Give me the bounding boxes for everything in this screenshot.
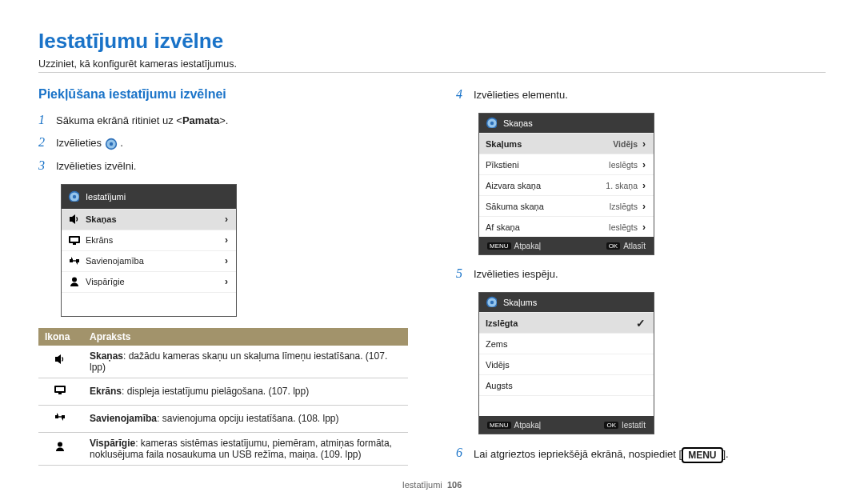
row-label: Vidējs [486,360,646,370]
desc-cell: Vispārīgie: kameras sistēmas iestatījumu… [83,432,408,465]
row-value: 1. skaņa [606,181,642,190]
step-number: 4 [456,87,474,102]
chevron-right-icon: › [642,180,646,191]
step-text: Izvēlieties izvēlni. [56,158,408,172]
row-label: Aizvara skaņa [486,181,606,190]
step-4: 4 Izvēlieties elementu. [456,87,826,102]
table-row: Vispārīgie: kameras sistēmas iestatījumu… [38,432,408,465]
camera-list: Skaņas › Ekrāns › Savienojamība › Vispār… [62,209,236,316]
gear-icon [486,117,497,130]
camera-option-medium[interactable]: Vidējs [479,354,654,374]
step-3: 3 Izvēlieties izvēlni. [38,158,408,173]
row-label: Pīkstieni [486,160,609,170]
camera-row-startup[interactable]: Sākuma skaņa Izslēgts › [479,195,654,216]
step-text: Izvēlieties . [56,135,408,150]
step2-post: . [120,137,123,149]
camera-row-empty [479,395,654,416]
right-column: 4 Izvēlieties elementu. Skaņas Skaļums V… [456,87,826,471]
camera-title: Iestatījumi [86,192,126,202]
intro-text: Uzziniet, kā konfigurēt kameras iestatīj… [38,58,826,70]
screen-icon [38,378,83,405]
step-number: 6 [456,446,474,460]
step-6: 6 Lai atgrieztos iepriekšējā ekrānā, nos… [456,446,826,463]
icon-description-table: Ikona Apraksts Skaņas: dažādu kameras sk… [38,328,408,466]
page-number: 106 [447,480,462,490]
chevron-right-icon: › [225,276,228,287]
camera-row-connectivity[interactable]: Savienojamība › [62,250,236,271]
camera-row-afsound[interactable]: Af skaņa Ieslēgts › [479,216,654,237]
step-text: Izvēlieties elementu. [474,87,826,101]
row-label: Augsts [486,381,646,390]
menu-badge-icon: MENU [487,422,511,429]
row-label: Af skaņa [486,222,609,232]
camera-footer: MENU Atpakaļ OK Iestatīt [479,416,654,434]
step-number: 3 [38,158,56,173]
th-icon: Ikona [38,328,83,346]
camera-list: Skaļums Vidējs › Pīkstieni Ieslēgts › Ai… [479,133,654,237]
footer-back: Atpakaļ [514,421,541,430]
row-label: Izslēgta [486,318,636,328]
row-label: Savienojamība [86,256,225,266]
row-value: Ieslēgts [609,222,642,232]
camera-footer: MENU Atpakaļ OK Atlasīt [479,237,654,254]
footer-action: Atlasīt [623,242,646,250]
chevron-right-icon: › [642,159,646,170]
camera-screen-sounds: Skaņas Skaļums Vidējs › Pīkstieni Ieslēg… [478,113,654,255]
camera-row-beeps[interactable]: Pīkstieni Ieslēgts › [479,154,654,174]
step6-post: ]. [723,448,729,460]
step-5: 5 Izvēlieties iespēju. [456,266,826,281]
page-title: Iestatījumu izvēlne [38,29,826,54]
row-label: Skaļums [486,139,613,149]
row-label: Vispārīgie [86,277,225,286]
page-footer: Iestatījumi 106 [0,480,864,490]
left-column: Piekļūšana iestatījumu izvēlnei 1 Sākuma… [38,87,408,471]
speaker-icon [38,346,83,378]
camera-screen-volume: Skaļums Izslēgta ✓ Zems Vidējs Augsts [478,292,654,434]
chevron-right-icon: › [642,138,646,150]
camera-row-volume[interactable]: Skaļums Vidējs › [479,133,654,154]
camera-option-high[interactable]: Augsts [479,374,654,395]
desc-cell: Ekrāns: displeja iestatījumu pielāgošana… [83,378,408,405]
connectivity-icon [68,254,86,267]
chevron-right-icon: › [225,214,228,225]
row-label: Skaņas [86,214,225,224]
table-row: Ekrāns: displeja iestatījumu pielāgošana… [38,378,408,405]
speaker-icon [68,213,86,226]
step-1: 1 Sākuma ekrānā ritiniet uz <Pamata>. [38,113,408,127]
chevron-right-icon: › [642,201,646,212]
footer-section: Iestatījumi [402,480,442,490]
camera-row-screen[interactable]: Ekrāns › [62,230,236,250]
camera-header: Iestatījumi [62,185,236,209]
chevron-right-icon: › [225,255,228,266]
camera-option-low[interactable]: Zems [479,333,654,354]
step-number: 2 [38,135,56,150]
table-row: Savienojamība: savienojuma opciju iestat… [38,405,408,432]
camera-row-empty [62,292,236,316]
table-row: Skaņas: dažādu kameras skaņu un skaļuma … [38,346,408,378]
ok-badge-icon: OK [606,242,621,250]
step-number: 5 [456,266,474,281]
step6-pre: Lai atgrieztos iepriekšējā ekrānā, nospi… [474,448,682,460]
screen-icon [68,234,86,246]
divider [38,72,826,73]
row-label: Ekrāns [86,235,225,245]
row-label: Sākuma skaņa [486,202,609,211]
step-2: 2 Izvēlieties . [38,135,408,150]
gear-icon [486,296,497,309]
gear-icon [105,137,118,150]
camera-list: Izslēgta ✓ Zems Vidējs Augsts [479,312,654,416]
camera-row-sounds[interactable]: Skaņas › [62,209,236,230]
camera-option-off[interactable]: Izslēgta ✓ [479,312,654,333]
desc-cell: Savienojamība: savienojuma opciju iestat… [83,405,408,432]
row-value: Ieslēgts [609,160,642,170]
row-value: Vidējs [613,139,642,149]
chevron-right-icon: › [642,222,646,233]
camera-row-general[interactable]: Vispārīgie › [62,271,236,292]
desc-cell: Skaņas: dažādu kameras skaņu un skaļuma … [83,346,408,378]
menu-button-badge: MENU [682,447,722,463]
check-icon: ✓ [636,317,646,330]
camera-header: Skaļums [479,293,654,312]
step2-pre: Izvēlieties [56,137,105,149]
chevron-right-icon: › [225,234,228,246]
camera-row-shutter[interactable]: Aizvara skaņa 1. skaņa › [479,174,654,195]
